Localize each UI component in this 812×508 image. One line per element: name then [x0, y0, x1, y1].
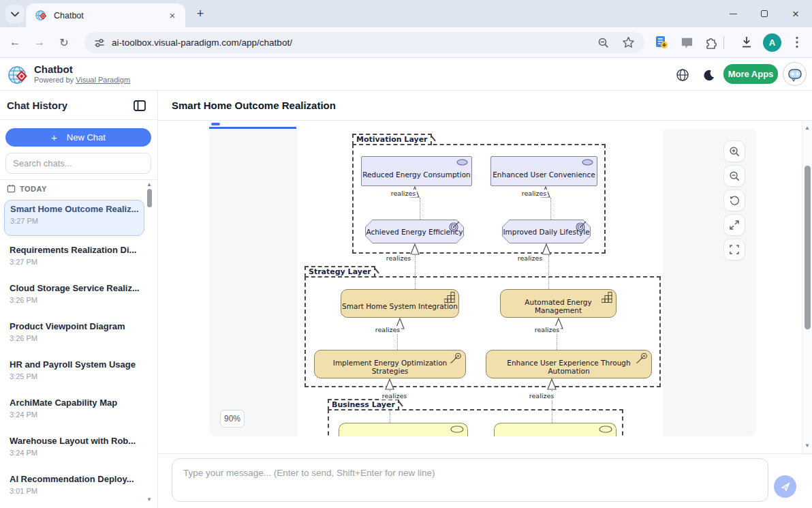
calendar-icon	[7, 184, 16, 193]
chat-item-smart-home[interactable]: Smart Home Outcome Realiz... 3:27 PM	[4, 200, 144, 236]
sidebar-scroll-down-arrow[interactable]: ▼	[146, 496, 152, 503]
app-title: Chatbot	[34, 63, 73, 75]
powered-by: Powered by Visual Paradigm	[34, 76, 130, 84]
capability-icon	[602, 292, 612, 303]
new-chat-button[interactable]: + New Chat	[5, 128, 151, 147]
diagram-fullscreen-button[interactable]	[723, 239, 745, 260]
realization-arrowhead	[542, 243, 551, 255]
chevron-down-icon	[11, 12, 19, 17]
back-button[interactable]: ←	[7, 34, 23, 50]
chatbot-avatar[interactable]	[783, 62, 807, 86]
scroll-down-arrow[interactable]: ▼	[805, 443, 810, 449]
today-label: TODAY	[20, 185, 47, 193]
paper-plane-icon	[780, 481, 791, 492]
course-of-action-icon	[636, 353, 648, 364]
visual-paradigm-logo	[7, 64, 29, 86]
goal-reduced-energy-consumption[interactable]: Reduced Energy Consumption	[361, 156, 472, 186]
chat-history-sidebar: Chat History + New Chat TODAY Smart Home…	[0, 91, 158, 508]
url-bar[interactable]: ai-toolbox.visual-paradigm.com/app/chatb…	[84, 32, 644, 53]
chat-item-product-viewpoint[interactable]: Product Viewpoint Diagram 3:26 PM	[4, 318, 144, 352]
outcome-icon	[449, 221, 460, 232]
forward-button[interactable]: →	[31, 34, 48, 50]
active-tab-underline	[209, 127, 296, 129]
chat-item-hr-payroll[interactable]: HR and Payroll System Usage 3:25 PM	[4, 356, 144, 390]
downloads-button[interactable]	[738, 34, 755, 50]
dark-mode-moon-icon[interactable]	[700, 67, 717, 83]
minimize-icon	[730, 14, 737, 14]
message-input-box	[172, 458, 768, 502]
window-minimize-button[interactable]	[723, 3, 743, 24]
diagram-zoom-out-button[interactable]	[723, 165, 745, 187]
send-message-button[interactable]	[774, 475, 796, 498]
chat-scrollbar[interactable]: ▲ ▼	[802, 121, 812, 453]
course-enhance-user-experience[interactable]: Enhance User Experience Through Automati…	[486, 350, 652, 378]
visual-paradigm-link[interactable]: Visual Paradigm	[76, 76, 130, 84]
more-apps-button[interactable]: More Apps	[723, 64, 778, 84]
tab-search-button[interactable]	[5, 5, 25, 23]
tab-close-icon[interactable]: ×	[166, 10, 178, 22]
realization-line	[548, 255, 549, 289]
realization-arrowhead	[410, 243, 420, 255]
goal-enhanced-user-convenience[interactable]: Enhanced User Convenience	[490, 156, 597, 186]
comment-extension-icon[interactable]	[678, 34, 695, 50]
new-tab-button[interactable]: +	[192, 5, 208, 22]
search-chats-input[interactable]	[6, 153, 151, 173]
diagram-zoom-in-button[interactable]	[723, 140, 745, 162]
course-of-action-icon	[450, 353, 462, 364]
main-content: Smart Home Outcome Realization Motivatio…	[158, 91, 812, 508]
capability-smart-home-system-integration[interactable]: Smart Home System Integration	[341, 289, 459, 318]
language-globe-icon[interactable]	[674, 67, 691, 83]
course-implement-energy-optimization[interactable]: Implement Energy Optimization Strategies	[314, 350, 466, 378]
window-maximize-button[interactable]	[754, 3, 775, 24]
strategy-layer-label: Strategy Layer	[304, 266, 375, 278]
business-service-node[interactable]	[339, 423, 468, 436]
diagram-message-card: Motivation Layer Reduced Energy Consumpt…	[209, 130, 756, 436]
close-icon: ×	[792, 8, 799, 20]
scroll-up-arrow[interactable]: ▲	[805, 125, 810, 131]
window-close-button[interactable]: ×	[785, 3, 806, 24]
sidebar-title: Chat History	[7, 100, 67, 111]
browser-profile-avatar[interactable]: A	[763, 33, 781, 52]
sidebar-scroll-up-arrow[interactable]: ▲	[146, 181, 152, 188]
site-settings-icon[interactable]	[94, 38, 105, 48]
reading-list-extension-icon[interactable]	[653, 34, 670, 50]
browser-toolbar: ← → ↻ ai-toolbox.visual-paradigm.com/app…	[0, 27, 812, 58]
realization-line	[415, 255, 416, 289]
extensions-puzzle-icon[interactable]	[703, 34, 719, 50]
sidebar-header: Chat History	[0, 91, 157, 120]
diagram-expand-button[interactable]	[723, 214, 745, 236]
realizes-label: realizes	[520, 190, 548, 197]
sidebar-divider	[0, 179, 157, 180]
browser-menu-kebab-icon[interactable]	[789, 34, 805, 50]
capability-automated-energy-management[interactable]: Automated Energy Management	[500, 289, 616, 318]
zoom-out-page-icon[interactable]	[597, 37, 610, 49]
chat-item-capability-map[interactable]: ArchiMate Capability Map 3:24 PM	[4, 394, 144, 428]
robot-icon	[787, 66, 803, 83]
sidebar-scrollbar-thumb[interactable]	[147, 189, 152, 207]
chat-item-cloud-storage[interactable]: Cloud Storage Service Realiz... 3:26 PM	[4, 280, 144, 314]
business-layer-label: Business Layer	[328, 399, 399, 410]
chat-item-warehouse[interactable]: Warehouse Layout with Rob... 3:24 PM	[4, 432, 144, 466]
chat-item-ai-recommendation[interactable]: AI Recommendation Deploy... 3:01 PM	[4, 470, 144, 505]
bookmark-star-icon[interactable]	[622, 36, 635, 49]
business-service-node[interactable]	[494, 423, 616, 436]
diagram-tab-partial[interactable]	[211, 123, 220, 125]
reload-button[interactable]: ↻	[56, 34, 72, 50]
business-service-icon	[450, 425, 464, 433]
realization-arrowhead	[385, 378, 394, 390]
goal-icon	[456, 159, 468, 166]
diagram-zoom-badge: 90%	[220, 410, 245, 428]
chat-scrollbar-thumb[interactable]	[805, 166, 811, 329]
chat-messages-area: Motivation Layer Reduced Energy Consumpt…	[158, 121, 812, 453]
chat-item-requirements[interactable]: Requirements Realization Di... 3:27 PM	[4, 241, 144, 275]
goal-icon	[582, 159, 593, 166]
motivation-layer-label: Motivation Layer	[352, 134, 432, 145]
app-header: Chatbot Powered by Visual Paradigm More …	[0, 58, 812, 91]
message-textarea[interactable]	[172, 459, 768, 501]
diagram-reset-view-button[interactable]	[723, 190, 745, 211]
browser-tab[interactable]: Chatbot ×	[26, 3, 185, 27]
realizes-label: realizes	[385, 254, 412, 262]
collapse-sidebar-button[interactable]	[133, 99, 146, 113]
diagram-canvas[interactable]: Motivation Layer Reduced Energy Consumpt…	[298, 130, 663, 436]
browser-tabstrip: Chatbot × + ×	[0, 0, 812, 27]
